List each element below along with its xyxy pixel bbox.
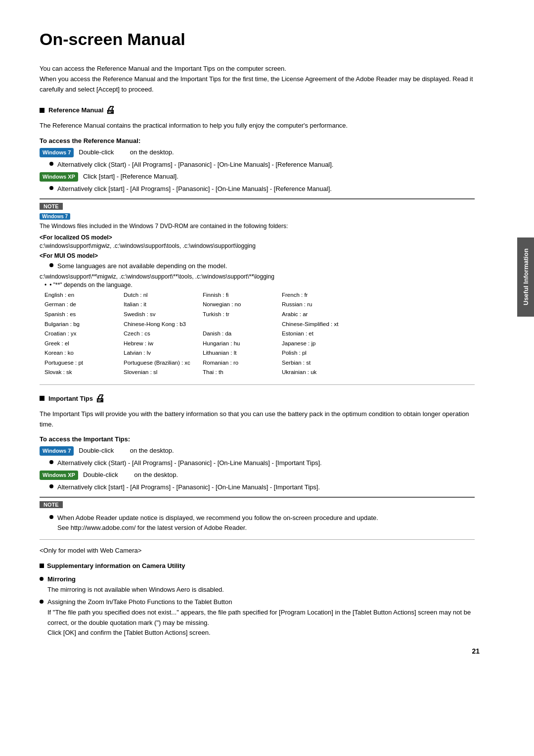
sidebar-label: Useful Information bbox=[522, 249, 530, 306]
mui-label: <For MUI OS model> bbox=[40, 252, 475, 259]
lang-row-8: Slovak : sk Slovenian : sl Thai : th Ukr… bbox=[44, 368, 475, 378]
win7-alt-row: Alternatively click (Start) - [All Progr… bbox=[49, 160, 475, 170]
it-win7-step1-row: Windows 7 Double-click on the desktop. bbox=[40, 446, 475, 456]
it-win7-badge-area: Windows 7 bbox=[40, 446, 77, 456]
winxp-alt-row: Alternatively click [start] - [All Progr… bbox=[49, 184, 475, 194]
localized-path: c:\windows\support\migwiz, .c:\windows\s… bbox=[40, 242, 475, 249]
winxp-step-text: Click [start] - [Reference Manual]. bbox=[83, 172, 178, 182]
bullet-dot-icon2 bbox=[49, 186, 53, 190]
page-title: On-screen Manual bbox=[40, 30, 475, 52]
important-tips-section-header: Important Tips 🖨 bbox=[40, 393, 475, 404]
lang-row-5: Greek : el Hebrew : iw Hungarian : hu Ja… bbox=[44, 339, 475, 349]
mirroring-bullet: Mirroring The mirroring is not available… bbox=[40, 574, 475, 595]
win7-alt-text: Alternatively click (Start) - [All Progr… bbox=[57, 160, 333, 170]
supplementary-bullet-icon bbox=[40, 564, 44, 568]
it-winxp-step-text: Double-click on the desktop. bbox=[83, 470, 178, 480]
it-winxp-badge-area: Windows XP bbox=[40, 470, 81, 480]
reference-manual-section-header: Reference Manual 🖨 bbox=[40, 104, 475, 116]
winxp-alt-text: Alternatively click [start] - [All Progr… bbox=[57, 184, 332, 194]
note2-bullet1-text: When Adobe Reader update notice is displ… bbox=[57, 513, 378, 532]
page-container: On-screen Manual You can access the Refe… bbox=[0, 0, 534, 670]
note-desc: The Windows files included in the Window… bbox=[40, 222, 475, 231]
zoom-desc1: If "The file path you specified does not… bbox=[47, 609, 471, 626]
mui-note-row: Some languages are not available dependi… bbox=[49, 261, 475, 271]
important-tips-title: Important Tips bbox=[48, 395, 93, 402]
zoom-content: Assigning the Zoom In/Take Photo Functio… bbox=[47, 597, 475, 638]
lang-row-2: Spanish : es Swedish : sv Turkish : tr A… bbox=[44, 310, 475, 320]
important-tips-desc: The Important Tips will provide you with… bbox=[40, 409, 475, 430]
mui-note-text: Some languages are not available dependi… bbox=[57, 261, 227, 271]
windows7-badge: Windows 7 bbox=[40, 148, 74, 157]
it-win7-alt-row: Alternatively click (Start) - [All Progr… bbox=[49, 458, 475, 468]
bullet-dot-it-winxp bbox=[49, 484, 53, 488]
supplementary-header-row: Supplementary information on Camera Util… bbox=[40, 562, 475, 569]
webcam-note: <Only for model with Web Camera> bbox=[40, 547, 475, 554]
note-label-2: NOTE bbox=[40, 501, 63, 508]
zoom-label: Assigning the Zoom In/Take Photo Functio… bbox=[47, 598, 232, 606]
lang-row-3: Bulgarian : bg Chinese-Hong Kong : b3 Ch… bbox=[44, 320, 475, 330]
note-box: NOTE Windows 7 The Windows files include… bbox=[40, 198, 475, 385]
note-label: NOTE bbox=[40, 203, 63, 210]
it-win7-alt-text: Alternatively click (Start) - [All Progr… bbox=[57, 458, 322, 468]
reference-manual-desc: The Reference Manual contains the practi… bbox=[40, 121, 475, 131]
reference-manual-icon: 🖨 bbox=[105, 104, 115, 116]
note-box-2: NOTE When Adobe Reader update notice is … bbox=[40, 497, 475, 540]
intro-text: You can access the Reference Manual and … bbox=[40, 64, 475, 94]
it-winxp-alt-row: Alternatively click [start] - [All Progr… bbox=[49, 482, 475, 492]
depends-note: • "**" depends on the language. bbox=[44, 282, 475, 288]
mui-path: c:\windows\support\**\migwiz, .c:\window… bbox=[40, 273, 475, 280]
win7-step1-text: Double-click on the desktop. bbox=[79, 147, 174, 157]
square-bullet-icon2 bbox=[40, 396, 44, 401]
lang-row-1: German : de Italian : it Norwegian : no … bbox=[44, 300, 475, 310]
mirroring-label: Mirroring bbox=[47, 575, 76, 583]
access-reference-title: To access the Reference Manual: bbox=[40, 137, 475, 144]
access-important-title: To access the Important Tips: bbox=[40, 435, 475, 443]
mirroring-dot bbox=[40, 577, 44, 581]
camera-section: Mirroring The mirroring is not available… bbox=[40, 574, 475, 638]
supplementary-section: <Only for model with Web Camera> Supplem… bbox=[40, 547, 475, 638]
intro-line1: You can access the Reference Manual and … bbox=[40, 64, 475, 74]
zoom-desc2: Click [OK] and confirm the [Tablet Butto… bbox=[47, 629, 211, 636]
square-bullet-icon bbox=[40, 108, 44, 113]
supplementary-header: Supplementary information on Camera Util… bbox=[47, 562, 185, 569]
it-windows7-badge: Windows 7 bbox=[40, 446, 74, 456]
note-windows7-label: Windows 7 bbox=[40, 213, 475, 220]
page-number: 21 bbox=[472, 647, 480, 655]
it-winxp-alt-text: Alternatively click [start] - [All Progr… bbox=[57, 482, 320, 492]
mirroring-desc: The mirroring is not available when Wind… bbox=[47, 586, 224, 593]
it-winxp-step-row: Windows XP Double-click on the desktop. bbox=[40, 470, 475, 480]
lang-row-7: Portuguese : pt Portuguese (Brazilian) :… bbox=[44, 358, 475, 368]
note2-bullet1-row: When Adobe Reader update notice is displ… bbox=[49, 513, 475, 532]
winxp-badge-area: Windows XP bbox=[40, 172, 81, 182]
win7-step1-row: Windows 7 Double-click on the desktop. bbox=[40, 147, 475, 157]
sidebar-useful-information: Useful Information bbox=[517, 237, 534, 317]
bullet-dot-note2-1 bbox=[49, 515, 53, 519]
lang-row-4: Croatian : yx Czech : cs Danish : da Est… bbox=[44, 329, 475, 339]
bullet-dot-it-win7 bbox=[49, 460, 53, 464]
bullet-dot-icon bbox=[49, 162, 53, 166]
win7-badge-area: Windows 7 bbox=[40, 147, 77, 157]
it-windows-xp-badge: Windows XP bbox=[40, 471, 78, 480]
it-win7-step1-text: Double-click on the desktop. bbox=[79, 446, 174, 456]
reference-manual-title: Reference Manual bbox=[48, 106, 103, 114]
important-tips-icon: 🖨 bbox=[95, 393, 105, 404]
note-windows7-badge: Windows 7 bbox=[40, 213, 70, 220]
localized-label: <For localized OS model> bbox=[40, 234, 475, 241]
lang-row-6: Korean : ko Latvian : lv Lithuanian : lt… bbox=[44, 348, 475, 358]
zoom-dot bbox=[40, 600, 44, 604]
lang-row-0: English : en Dutch : nl Finnish : fi Fre… bbox=[44, 290, 475, 300]
zoom-bullet: Assigning the Zoom In/Take Photo Functio… bbox=[40, 597, 475, 638]
mirroring-content: Mirroring The mirroring is not available… bbox=[47, 574, 224, 595]
language-table: English : en Dutch : nl Finnish : fi Fre… bbox=[44, 290, 475, 378]
intro-line2: When you access the Reference Manual and… bbox=[40, 74, 475, 95]
bullet-dot-mui bbox=[49, 263, 53, 267]
winxp-step-row: Windows XP Click [start] - [Reference Ma… bbox=[40, 172, 475, 182]
windows-xp-badge: Windows XP bbox=[40, 172, 78, 182]
